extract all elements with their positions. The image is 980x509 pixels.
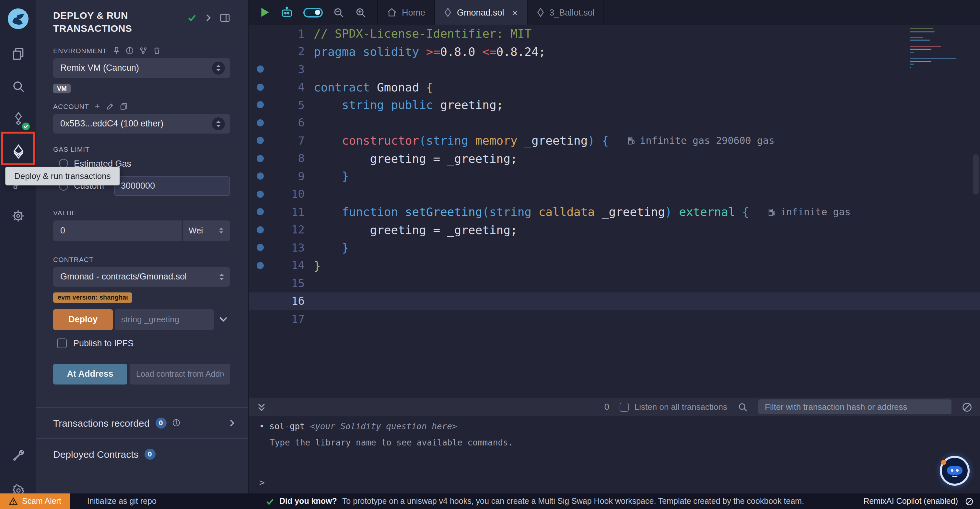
gutter-dot-icon[interactable] bbox=[256, 102, 264, 109]
minimap[interactable] bbox=[910, 28, 961, 84]
terminal-prompt[interactable]: > bbox=[259, 477, 265, 488]
gutter[interactable] bbox=[249, 244, 271, 251]
plugin-manager-icon[interactable] bbox=[0, 200, 36, 232]
listen-all-checkbox[interactable] bbox=[620, 402, 629, 412]
code-line-7[interactable]: 7 constructor(string memory _greeting) {… bbox=[249, 132, 980, 150]
gutter[interactable] bbox=[249, 173, 271, 180]
chevron-right-icon[interactable] bbox=[205, 14, 212, 22]
gutter-dot-icon[interactable] bbox=[256, 137, 264, 144]
copy-icon[interactable] bbox=[119, 102, 127, 110]
zoom-out-icon[interactable] bbox=[332, 6, 345, 19]
code-editor[interactable]: 1// SPDX-License-Identifier: MIT2pragma … bbox=[249, 25, 980, 397]
code-line-5[interactable]: 5 string public greeting; bbox=[249, 96, 980, 114]
code-line-11[interactable]: 11 function setGreeting(string calldata … bbox=[249, 203, 980, 221]
code-line-15[interactable]: 15 bbox=[249, 274, 980, 292]
code-line-14[interactable]: 14} bbox=[249, 257, 980, 274]
code-line-16[interactable]: 16 bbox=[249, 292, 980, 310]
clear-console-icon[interactable] bbox=[962, 402, 972, 412]
expand-deploy-icon[interactable] bbox=[216, 316, 230, 322]
expand-terminal-icon[interactable] bbox=[257, 402, 266, 412]
search-icon[interactable] bbox=[738, 402, 748, 412]
copilot-status-icon[interactable] bbox=[965, 497, 974, 506]
code-line-17[interactable]: 17 bbox=[249, 310, 980, 328]
publish-ipfs-checkbox[interactable] bbox=[57, 338, 67, 348]
contract-select[interactable]: Gmonad - contracts/Gmonad.sol bbox=[53, 267, 230, 286]
gutter[interactable] bbox=[249, 66, 271, 73]
value-unit-select[interactable]: Wei bbox=[182, 220, 230, 241]
code-line-8[interactable]: 8 greeting = _greeting; bbox=[249, 150, 980, 167]
info-icon[interactable] bbox=[172, 419, 180, 427]
gutter[interactable] bbox=[249, 155, 271, 162]
git-init-button[interactable]: Initialize as git repo bbox=[87, 497, 156, 506]
pin-icon[interactable] bbox=[113, 46, 120, 54]
editor-scrollbar[interactable] bbox=[973, 154, 979, 195]
custom-gas-input[interactable] bbox=[114, 176, 230, 196]
run-script-icon[interactable] bbox=[259, 6, 270, 18]
trash-icon[interactable] bbox=[153, 46, 161, 54]
gutter-dot-icon[interactable] bbox=[256, 209, 264, 215]
tab-ballot-sol[interactable]: 3_Ballot.sol bbox=[527, 0, 605, 25]
code-line-6[interactable]: 6 bbox=[249, 114, 980, 132]
fork-icon[interactable] bbox=[139, 46, 147, 54]
debugger-icon[interactable] bbox=[0, 439, 36, 471]
gutter-dot-icon[interactable] bbox=[256, 226, 264, 233]
listen-all-option[interactable]: Listen on all transactions bbox=[620, 402, 727, 412]
gutter-dot-icon[interactable] bbox=[256, 119, 264, 126]
zoom-in-icon[interactable] bbox=[355, 6, 367, 19]
gutter-dot-icon[interactable] bbox=[256, 173, 264, 180]
value-input[interactable] bbox=[53, 220, 182, 241]
code-line-4[interactable]: 4contract Gmonad { bbox=[249, 78, 980, 96]
code-line-2[interactable]: 2pragma solidity >=0.8.0 <=0.8.24; bbox=[249, 43, 980, 60]
pin-panel-icon[interactable] bbox=[220, 13, 230, 23]
at-address-input[interactable] bbox=[130, 364, 230, 384]
remix-logo[interactable] bbox=[0, 0, 36, 38]
gutter-dot-icon[interactable] bbox=[256, 84, 264, 91]
file-explorer-icon[interactable] bbox=[0, 38, 36, 70]
gutter[interactable] bbox=[249, 137, 271, 144]
gutter-dot-icon[interactable] bbox=[256, 262, 264, 269]
deploy-button[interactable]: Deploy bbox=[53, 309, 113, 330]
code-line-13[interactable]: 13 } bbox=[249, 239, 980, 257]
code-line-12[interactable]: 12 greeting = _greeting; bbox=[249, 221, 980, 239]
gutter[interactable] bbox=[249, 209, 271, 215]
account-select[interactable]: 0x5B3...eddC4 (100 ether) bbox=[53, 114, 230, 133]
copilot-toggle[interactable] bbox=[303, 8, 323, 17]
gutter[interactable] bbox=[249, 102, 271, 109]
close-icon[interactable]: × bbox=[512, 7, 518, 18]
code-line-9[interactable]: 9 } bbox=[249, 167, 980, 185]
code-line-10[interactable]: 10 bbox=[249, 185, 980, 203]
constructor-arg-input[interactable] bbox=[115, 309, 214, 330]
gutter[interactable] bbox=[249, 84, 271, 91]
tab-home[interactable]: Home bbox=[378, 0, 435, 25]
tab-gmonad-sol[interactable]: Gmonad.sol × bbox=[435, 0, 527, 25]
at-address-button[interactable]: At Address bbox=[53, 364, 127, 384]
code-line-1[interactable]: 1// SPDX-License-Identifier: MIT bbox=[249, 25, 980, 43]
info-icon[interactable] bbox=[126, 46, 134, 54]
code-text: } bbox=[314, 259, 321, 272]
code-line-3[interactable]: 3 bbox=[249, 60, 980, 78]
publish-ipfs-option[interactable]: Publish to IPFS bbox=[53, 338, 230, 348]
scam-alert[interactable]: Scam Alert bbox=[0, 493, 70, 509]
terminal[interactable]: • sol-gpt <your Solidity question here> … bbox=[249, 416, 980, 493]
gutter-dot-icon[interactable] bbox=[256, 66, 264, 73]
gutter[interactable] bbox=[249, 191, 271, 198]
copilot-status[interactable]: RemixAI Copilot (enabled) bbox=[863, 497, 958, 506]
chevron-right-icon[interactable] bbox=[229, 418, 235, 427]
gutter-dot-icon[interactable] bbox=[256, 191, 264, 198]
deploy-run-icon[interactable] bbox=[0, 135, 36, 167]
remix-ai-assistant-button[interactable] bbox=[940, 456, 970, 486]
deployed-contracts-section[interactable]: Deployed Contracts 0 bbox=[36, 438, 248, 469]
environment-select[interactable]: Remix VM (Cancun) bbox=[53, 58, 230, 78]
filter-transactions-input[interactable] bbox=[758, 399, 951, 414]
gutter-dot-icon[interactable] bbox=[256, 244, 264, 251]
gutter[interactable] bbox=[249, 226, 271, 233]
ai-debug-icon[interactable] bbox=[280, 6, 294, 18]
solidity-compiler-icon[interactable] bbox=[0, 102, 36, 135]
add-account-icon[interactable]: + bbox=[95, 103, 100, 109]
transactions-recorded-section[interactable]: Transactions recorded 0 bbox=[36, 407, 248, 438]
gutter-dot-icon[interactable] bbox=[256, 155, 264, 162]
search-icon[interactable] bbox=[0, 70, 36, 102]
gutter[interactable] bbox=[249, 262, 271, 269]
edit-icon[interactable] bbox=[106, 102, 114, 110]
gutter[interactable] bbox=[249, 119, 271, 126]
